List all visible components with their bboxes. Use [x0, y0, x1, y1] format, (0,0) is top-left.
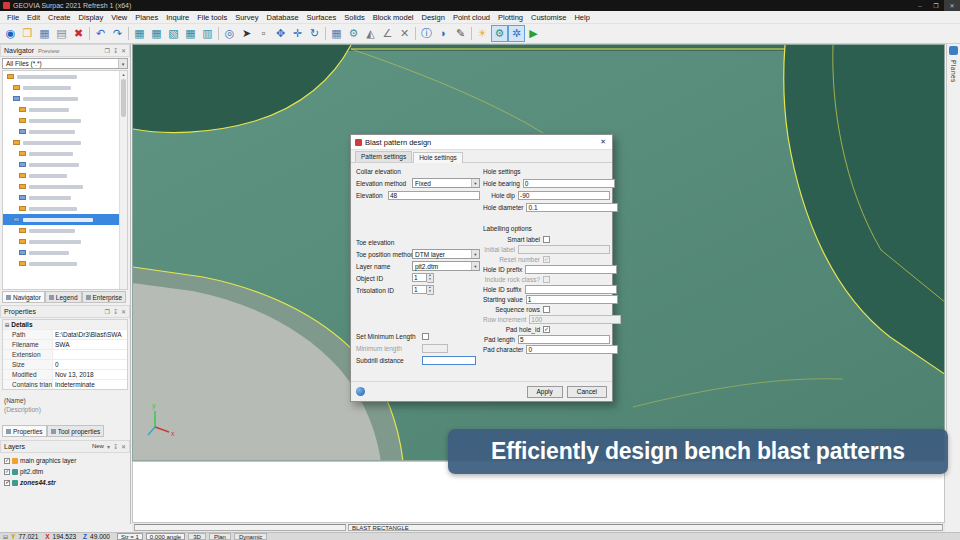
- layer-visibility-checkbox[interactable]: ✓: [4, 458, 10, 464]
- close-panel-icon[interactable]: ✕: [121, 47, 126, 54]
- menu-create[interactable]: Create: [44, 11, 75, 23]
- selection-box-icon[interactable]: ▫: [255, 25, 272, 42]
- pin-icon[interactable]: ↧: [113, 47, 118, 54]
- cross-tool-icon[interactable]: ✕: [396, 25, 413, 42]
- pad-character-input[interactable]: [526, 345, 618, 354]
- hole-id-suffix-input[interactable]: [525, 285, 617, 294]
- menu-planes[interactable]: Planes: [131, 11, 162, 23]
- settings-small-icon[interactable]: ⚙: [345, 25, 362, 42]
- tree-item[interactable]: [3, 159, 127, 170]
- select-arrow-icon[interactable]: ➤: [238, 25, 255, 42]
- angle-field[interactable]: 0.000 angle: [146, 533, 185, 540]
- grid-view-icon[interactable]: ▦: [328, 25, 345, 42]
- tree-item[interactable]: [3, 247, 127, 258]
- tree-item[interactable]: [3, 203, 127, 214]
- tree-item[interactable]: [3, 82, 127, 93]
- pin-icon[interactable]: ↧: [113, 443, 118, 450]
- menu-view[interactable]: View: [107, 11, 131, 23]
- object-id-stepper[interactable]: ▴ ▾: [412, 273, 434, 283]
- menu-surfaces[interactable]: Surfaces: [303, 11, 341, 23]
- command-input[interactable]: [134, 524, 346, 531]
- zoom-icon[interactable]: ◎: [221, 25, 238, 42]
- tree-item[interactable]: [3, 181, 127, 192]
- pad-length-input[interactable]: [518, 335, 610, 344]
- elevation-method-select[interactable]: Fixed ▾: [412, 178, 480, 188]
- move-axis-icon[interactable]: ✛: [289, 25, 306, 42]
- render-settings-icon[interactable]: ⚙: [491, 25, 508, 42]
- reset-view-icon[interactable]: ◉: [2, 25, 19, 42]
- view-dynamic-button[interactable]: Dynamic: [234, 533, 267, 540]
- menu-point-cloud[interactable]: Point cloud: [449, 11, 494, 23]
- menu-design[interactable]: Design: [418, 11, 449, 23]
- tab-pattern-settings[interactable]: Pattern settings: [355, 151, 412, 162]
- view-3d-button[interactable]: 3D: [188, 533, 206, 540]
- layer-item-main-graphics[interactable]: ✓ main graphics layer: [2, 455, 128, 466]
- planes-tab-label[interactable]: Planes: [950, 60, 957, 83]
- new-layer-button[interactable]: New: [92, 443, 104, 450]
- navigator-tab-label[interactable]: Navigator: [4, 47, 34, 54]
- close-panel-icon[interactable]: ✕: [121, 443, 126, 450]
- elevation-input[interactable]: [388, 191, 480, 200]
- tree-item[interactable]: [3, 104, 127, 115]
- view-plan-button[interactable]: Plan: [209, 533, 231, 540]
- tree-item[interactable]: [3, 225, 127, 236]
- layer-item-zones44[interactable]: ✓ zones44.str: [2, 477, 128, 488]
- tab-legend[interactable]: Legend: [45, 291, 82, 303]
- close-file-icon[interactable]: ✖: [70, 25, 87, 42]
- trisolation-id-stepper[interactable]: ▴ ▾: [412, 285, 434, 295]
- layer-item-pit2[interactable]: ✓ pit2.dtm: [2, 466, 128, 477]
- hole-diameter-input[interactable]: [526, 203, 618, 212]
- open-icon[interactable]: ❒: [19, 25, 36, 42]
- surpac-help-icon[interactable]: [356, 387, 365, 396]
- tab-enterprise[interactable]: Enterprise: [82, 291, 127, 303]
- annotation-icon[interactable]: ◗: [435, 25, 452, 42]
- menu-survey[interactable]: Survey: [231, 11, 262, 23]
- maximize-icon[interactable]: ❐: [928, 0, 944, 11]
- tree-item[interactable]: [3, 71, 127, 82]
- toe-position-method-select[interactable]: DTM layer ▾: [412, 249, 480, 259]
- chevron-down-icon[interactable]: ▾: [471, 250, 479, 258]
- grid-delete-icon[interactable]: ▦: [182, 25, 199, 42]
- tree-item[interactable]: [3, 236, 127, 247]
- collapse-icon[interactable]: ⊟: [5, 322, 9, 328]
- snap-icon[interactable]: ✲: [508, 25, 525, 42]
- file-filter-select[interactable]: All Files (*.*) ▾: [2, 58, 128, 69]
- angle-tool-icon[interactable]: ∠: [379, 25, 396, 42]
- pan-icon[interactable]: ✥: [272, 25, 289, 42]
- hole-id-prefix-input[interactable]: [525, 265, 617, 274]
- chevron-down-icon[interactable]: ▾: [118, 59, 127, 68]
- hole-dip-input[interactable]: [518, 191, 610, 200]
- subdrill-distance-input[interactable]: [422, 356, 476, 365]
- chevron-down-icon[interactable]: ▾: [107, 443, 110, 450]
- preview-tab-label[interactable]: Preview: [38, 48, 59, 54]
- string-table-icon[interactable]: ▦: [131, 25, 148, 42]
- dock-icon[interactable]: ❐: [105, 47, 110, 54]
- menu-solids[interactable]: Solids: [340, 11, 368, 23]
- tree-item[interactable]: [3, 93, 127, 104]
- undo-icon[interactable]: ↶: [92, 25, 109, 42]
- menu-edit[interactable]: Edit: [23, 11, 44, 23]
- tree-item[interactable]: [3, 148, 127, 159]
- close-panel-icon[interactable]: ✕: [121, 308, 126, 315]
- grid-edit-icon[interactable]: ▧: [165, 25, 182, 42]
- menu-inquire[interactable]: Inquire: [162, 11, 193, 23]
- save-icon[interactable]: ▦: [36, 25, 53, 42]
- layer-visibility-checkbox[interactable]: ✓: [4, 469, 10, 475]
- edit-pen-icon[interactable]: ✎: [452, 25, 469, 42]
- menu-plotting[interactable]: Plotting: [494, 11, 527, 23]
- starting-value-input[interactable]: [526, 295, 618, 304]
- tree-item[interactable]: [3, 115, 127, 126]
- tab-properties[interactable]: Properties: [2, 425, 47, 437]
- tree-item[interactable]: [3, 170, 127, 181]
- spin-down-icon[interactable]: ▾: [427, 290, 433, 294]
- layer-name-select[interactable]: pit2.dtm ▾: [412, 261, 480, 271]
- spin-down-icon[interactable]: ▾: [427, 278, 433, 282]
- tree-item-selected[interactable]: [3, 214, 127, 225]
- scroll-up-icon[interactable]: ▲: [120, 71, 127, 78]
- chevron-down-icon[interactable]: ▾: [471, 179, 479, 187]
- tree-item[interactable]: [3, 126, 127, 137]
- tree-item[interactable]: [3, 192, 127, 203]
- pin-icon[interactable]: ↧: [113, 308, 118, 315]
- chevron-down-icon[interactable]: ▾: [471, 262, 479, 270]
- rotate-icon[interactable]: ↻: [306, 25, 323, 42]
